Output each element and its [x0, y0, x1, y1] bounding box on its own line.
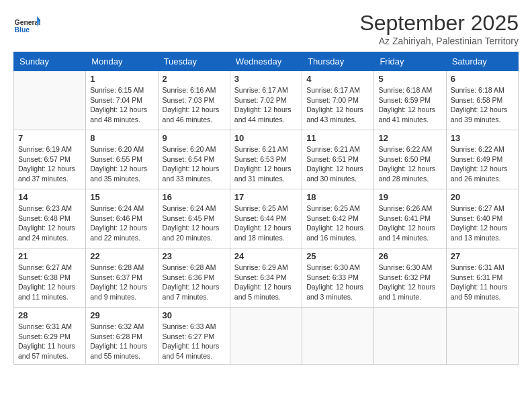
day-number: 9 — [163, 133, 226, 143]
day-info: Sunrise: 6:20 AM Sunset: 6:55 PM Dayligh… — [90, 144, 153, 184]
day-number: 2 — [163, 74, 226, 84]
calendar-cell: 1Sunrise: 6:15 AM Sunset: 7:04 PM Daylig… — [86, 71, 158, 130]
calendar-cell: 7Sunrise: 6:19 AM Sunset: 6:57 PM Daylig… — [14, 130, 86, 189]
calendar-cell: 20Sunrise: 6:27 AM Sunset: 6:40 PM Dayli… — [446, 189, 518, 248]
day-number: 20 — [451, 192, 514, 202]
day-info: Sunrise: 6:32 AM Sunset: 6:28 PM Dayligh… — [90, 322, 153, 361]
calendar-week-row: 1Sunrise: 6:15 AM Sunset: 7:04 PM Daylig… — [14, 71, 519, 130]
day-info: Sunrise: 6:25 AM Sunset: 6:42 PM Dayligh… — [306, 203, 369, 243]
logo: General Blue — [13, 11, 43, 38]
calendar-cell: 26Sunrise: 6:30 AM Sunset: 6:32 PM Dayli… — [374, 248, 446, 308]
calendar-cell — [374, 308, 446, 365]
calendar-cell: 21Sunrise: 6:27 AM Sunset: 6:38 PM Dayli… — [14, 248, 86, 308]
day-info: Sunrise: 6:31 AM Sunset: 6:31 PM Dayligh… — [451, 263, 514, 302]
day-info: Sunrise: 6:22 AM Sunset: 6:50 PM Dayligh… — [378, 144, 441, 184]
day-info: Sunrise: 6:29 AM Sunset: 6:34 PM Dayligh… — [234, 263, 298, 302]
day-info: Sunrise: 6:20 AM Sunset: 6:54 PM Dayligh… — [163, 144, 226, 184]
calendar-week-row: 14Sunrise: 6:23 AM Sunset: 6:48 PM Dayli… — [14, 189, 519, 248]
subtitle: Az Zahiriyah, Palestinian Territory — [359, 36, 519, 46]
day-number: 24 — [234, 251, 298, 261]
day-info: Sunrise: 6:18 AM Sunset: 6:58 PM Dayligh… — [451, 85, 514, 125]
day-number: 21 — [18, 251, 81, 261]
calendar-cell: 12Sunrise: 6:22 AM Sunset: 6:50 PM Dayli… — [374, 130, 446, 189]
day-info: Sunrise: 6:30 AM Sunset: 6:32 PM Dayligh… — [378, 263, 441, 302]
day-number: 28 — [18, 310, 81, 320]
day-info: Sunrise: 6:18 AM Sunset: 6:59 PM Dayligh… — [378, 85, 441, 125]
day-number: 13 — [451, 133, 514, 143]
calendar-cell: 30Sunrise: 6:33 AM Sunset: 6:27 PM Dayli… — [158, 308, 230, 365]
day-info: Sunrise: 6:21 AM Sunset: 6:51 PM Dayligh… — [306, 144, 369, 184]
calendar-week-row: 7Sunrise: 6:19 AM Sunset: 6:57 PM Daylig… — [14, 130, 519, 189]
day-number: 18 — [306, 192, 369, 202]
header-wednesday: Wednesday — [230, 52, 302, 71]
svg-text:Blue: Blue — [15, 26, 30, 34]
day-number: 6 — [451, 74, 514, 84]
calendar-cell: 23Sunrise: 6:28 AM Sunset: 6:36 PM Dayli… — [158, 248, 230, 308]
day-info: Sunrise: 6:17 AM Sunset: 7:02 PM Dayligh… — [234, 85, 298, 125]
header-monday: Monday — [86, 52, 158, 71]
day-info: Sunrise: 6:19 AM Sunset: 6:57 PM Dayligh… — [18, 144, 81, 184]
day-number: 25 — [306, 251, 369, 261]
day-number: 27 — [451, 251, 514, 261]
header-thursday: Thursday — [302, 52, 374, 71]
day-info: Sunrise: 6:21 AM Sunset: 6:53 PM Dayligh… — [234, 144, 298, 184]
calendar-cell: 17Sunrise: 6:25 AM Sunset: 6:44 PM Dayli… — [230, 189, 302, 248]
calendar-cell: 29Sunrise: 6:32 AM Sunset: 6:28 PM Dayli… — [86, 308, 158, 365]
calendar-header-row: SundayMondayTuesdayWednesdayThursdayFrid… — [14, 52, 519, 71]
calendar-cell — [14, 71, 86, 130]
day-number: 23 — [163, 251, 226, 261]
calendar-cell: 8Sunrise: 6:20 AM Sunset: 6:55 PM Daylig… — [86, 130, 158, 189]
title-section: September 2025 Az Zahiriyah, Palestinian… — [359, 11, 519, 46]
calendar-cell: 24Sunrise: 6:29 AM Sunset: 6:34 PM Dayli… — [230, 248, 302, 308]
calendar-cell: 9Sunrise: 6:20 AM Sunset: 6:54 PM Daylig… — [158, 130, 230, 189]
day-info: Sunrise: 6:30 AM Sunset: 6:33 PM Dayligh… — [306, 263, 369, 302]
day-number: 30 — [163, 310, 226, 320]
day-number: 12 — [378, 133, 441, 143]
calendar-cell: 22Sunrise: 6:28 AM Sunset: 6:37 PM Dayli… — [86, 248, 158, 308]
day-info: Sunrise: 6:33 AM Sunset: 6:27 PM Dayligh… — [163, 322, 226, 361]
day-number: 17 — [234, 192, 298, 202]
day-info: Sunrise: 6:27 AM Sunset: 6:40 PM Dayligh… — [451, 203, 514, 243]
svg-text:General: General — [15, 19, 40, 26]
calendar-cell — [302, 308, 374, 365]
month-title: September 2025 — [359, 11, 519, 36]
day-number: 29 — [90, 310, 153, 320]
day-number: 7 — [18, 133, 81, 143]
header-sunday: Sunday — [14, 52, 86, 71]
calendar-cell: 15Sunrise: 6:24 AM Sunset: 6:46 PM Dayli… — [86, 189, 158, 248]
header-tuesday: Tuesday — [158, 52, 230, 71]
calendar-cell: 2Sunrise: 6:16 AM Sunset: 7:03 PM Daylig… — [158, 71, 230, 130]
day-number: 15 — [90, 192, 153, 202]
day-info: Sunrise: 6:28 AM Sunset: 6:37 PM Dayligh… — [90, 263, 153, 302]
calendar-week-row: 28Sunrise: 6:31 AM Sunset: 6:29 PM Dayli… — [14, 308, 519, 365]
day-number: 19 — [378, 192, 441, 202]
day-info: Sunrise: 6:27 AM Sunset: 6:38 PM Dayligh… — [18, 263, 81, 302]
day-info: Sunrise: 6:17 AM Sunset: 7:00 PM Dayligh… — [306, 85, 369, 125]
day-number: 14 — [18, 192, 81, 202]
calendar-table: SundayMondayTuesdayWednesdayThursdayFrid… — [13, 52, 519, 365]
calendar-cell: 11Sunrise: 6:21 AM Sunset: 6:51 PM Dayli… — [302, 130, 374, 189]
day-info: Sunrise: 6:28 AM Sunset: 6:36 PM Dayligh… — [163, 263, 226, 302]
calendar-cell: 13Sunrise: 6:22 AM Sunset: 6:49 PM Dayli… — [446, 130, 518, 189]
calendar-week-row: 21Sunrise: 6:27 AM Sunset: 6:38 PM Dayli… — [14, 248, 519, 308]
day-number: 26 — [378, 251, 441, 261]
day-info: Sunrise: 6:26 AM Sunset: 6:41 PM Dayligh… — [378, 203, 441, 243]
calendar-cell: 6Sunrise: 6:18 AM Sunset: 6:58 PM Daylig… — [446, 71, 518, 130]
calendar-cell: 14Sunrise: 6:23 AM Sunset: 6:48 PM Dayli… — [14, 189, 86, 248]
logo-icon: General Blue — [13, 11, 40, 38]
day-info: Sunrise: 6:31 AM Sunset: 6:29 PM Dayligh… — [18, 322, 81, 361]
day-info: Sunrise: 6:24 AM Sunset: 6:46 PM Dayligh… — [90, 203, 153, 243]
day-info: Sunrise: 6:24 AM Sunset: 6:45 PM Dayligh… — [163, 203, 226, 243]
calendar-cell: 28Sunrise: 6:31 AM Sunset: 6:29 PM Dayli… — [14, 308, 86, 365]
day-number: 16 — [163, 192, 226, 202]
page-header: General Blue September 2025 Az Zahiriyah… — [13, 11, 519, 46]
day-number: 8 — [90, 133, 153, 143]
calendar-cell: 4Sunrise: 6:17 AM Sunset: 7:00 PM Daylig… — [302, 71, 374, 130]
day-info: Sunrise: 6:15 AM Sunset: 7:04 PM Dayligh… — [90, 85, 153, 125]
day-info: Sunrise: 6:16 AM Sunset: 7:03 PM Dayligh… — [163, 85, 226, 125]
calendar-cell — [446, 308, 518, 365]
day-info: Sunrise: 6:23 AM Sunset: 6:48 PM Dayligh… — [18, 203, 81, 243]
day-number: 22 — [90, 251, 153, 261]
day-number: 3 — [234, 74, 298, 84]
calendar-cell: 10Sunrise: 6:21 AM Sunset: 6:53 PM Dayli… — [230, 130, 302, 189]
